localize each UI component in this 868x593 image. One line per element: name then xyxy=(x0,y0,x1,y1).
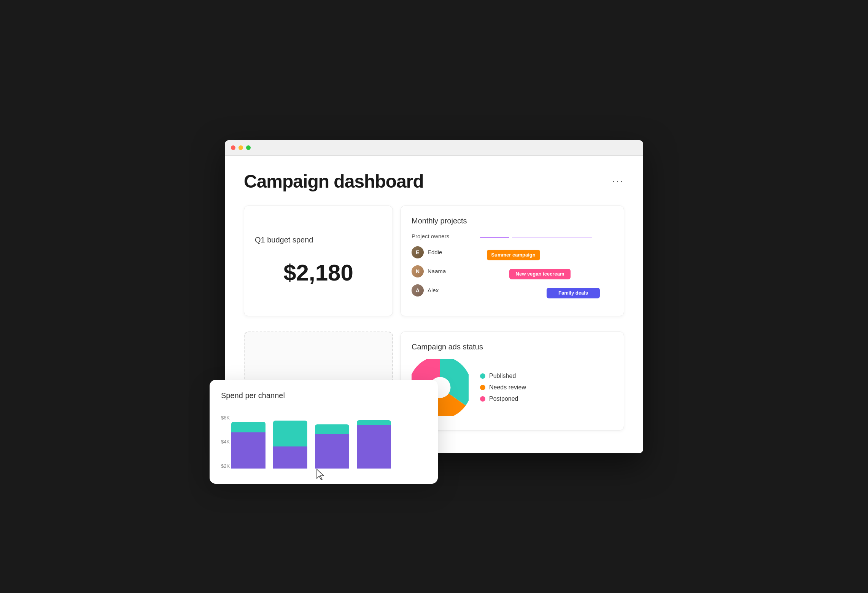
spend-card-wrapper: Spend per channel $6K $4K $2K xyxy=(210,380,438,484)
y-axis-labels: $6K $4K $2K xyxy=(221,415,230,469)
y-label-6k: $6K xyxy=(221,415,230,420)
monthly-card-title: Monthly projects xyxy=(412,217,613,225)
bar-2-bottom xyxy=(273,446,307,469)
svg-marker-4 xyxy=(317,469,324,480)
dashboard-header: Campaign dashboard ··· xyxy=(244,171,624,192)
bar-1-bottom xyxy=(231,432,265,469)
browser-dot-red[interactable] xyxy=(231,145,235,150)
bar-group-2 xyxy=(273,415,307,469)
review-dot xyxy=(480,385,485,390)
owner-row-eddie: E Eddie xyxy=(412,245,480,259)
browser-window: Campaign dashboard ··· Q1 budget spend $… xyxy=(225,140,643,453)
bar-group-4 xyxy=(357,415,391,469)
postponed-label: Postponed xyxy=(489,395,518,402)
monthly-projects-card: Monthly projects Project owners E Eddie … xyxy=(401,206,624,316)
published-label: Published xyxy=(489,373,516,379)
gantt-bar-summer[interactable]: Summer campaign xyxy=(487,250,540,260)
owner-name-eddie: Eddie xyxy=(428,249,442,255)
gantt-row-vegan: New vegan icecream xyxy=(480,267,613,281)
bar-4-top xyxy=(357,420,391,425)
bar-group-1 xyxy=(231,415,265,469)
bar-3-bottom xyxy=(315,434,349,469)
cursor-icon xyxy=(316,469,325,480)
page-title: Campaign dashboard xyxy=(244,171,424,192)
bar-4-bottom xyxy=(357,425,391,469)
published-dot xyxy=(480,373,485,379)
avatar-alex: A xyxy=(412,284,424,296)
gantt-bar-family[interactable]: Family deals xyxy=(547,288,600,298)
budget-card: Q1 budget spend $2,180 xyxy=(244,206,393,316)
budget-amount: $2,180 xyxy=(255,260,382,286)
budget-card-title: Q1 budget spend xyxy=(255,236,382,244)
gantt-container: Project owners E Eddie N Naama A Alex xyxy=(412,233,613,305)
owner-name-alex: Alex xyxy=(428,287,439,293)
browser-titlebar xyxy=(225,140,643,156)
postponed-dot xyxy=(480,396,485,402)
gantt-chart-col: Summer campaign New vegan icecream xyxy=(480,233,613,305)
family-deals-label: Family deals xyxy=(558,290,588,296)
owner-row-naama: N Naama xyxy=(412,265,480,278)
gantt-bar-vegan[interactable]: New vegan icecream xyxy=(509,269,571,279)
legend-item-postponed: Postponed xyxy=(480,395,526,402)
avatar-naama: N xyxy=(412,265,424,277)
bar-group-3 xyxy=(315,415,349,469)
owners-label: Project owners xyxy=(412,233,480,239)
more-menu-button[interactable]: ··· xyxy=(612,175,624,187)
chart-with-labels: $6K $4K $2K xyxy=(221,408,426,469)
cursor-area xyxy=(221,469,426,476)
review-label: Needs review xyxy=(489,384,526,391)
ads-card-title: Campaign ads status xyxy=(412,343,613,351)
owner-name-naama: Naama xyxy=(428,268,446,274)
spend-card-title: Spend per channel xyxy=(221,391,426,400)
vegan-icecream-label: New vegan icecream xyxy=(516,271,564,277)
browser-content: Campaign dashboard ··· Q1 budget spend $… xyxy=(225,156,643,453)
y-label-4k: $4K xyxy=(221,439,230,444)
gantt-header xyxy=(480,233,613,242)
bar-1-top xyxy=(231,422,265,432)
y-label-2k: $2K xyxy=(221,464,230,469)
spend-card: Spend per channel $6K $4K $2K xyxy=(210,380,438,484)
bar-3-top xyxy=(315,424,349,434)
pie-section: Published Needs review Postponed xyxy=(412,359,613,416)
project-owners-col: Project owners E Eddie N Naama A Alex xyxy=(412,233,480,305)
legend-item-published: Published xyxy=(480,373,526,379)
summer-campaign-label: Summer campaign xyxy=(491,252,535,258)
bar-2-top xyxy=(273,421,307,446)
legend: Published Needs review Postponed xyxy=(480,373,526,402)
chart-bars xyxy=(231,415,391,469)
owner-row-alex: A Alex xyxy=(412,284,480,297)
browser-dot-green[interactable] xyxy=(246,145,251,150)
avatar-eddie: E xyxy=(412,246,424,258)
gantt-row-summer: Summer campaign xyxy=(480,248,613,262)
browser-dot-yellow[interactable] xyxy=(238,145,243,150)
legend-item-review: Needs review xyxy=(480,384,526,391)
gantt-row-family: Family deals xyxy=(480,286,613,300)
